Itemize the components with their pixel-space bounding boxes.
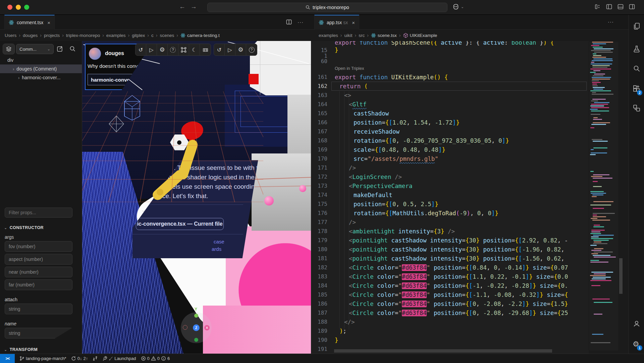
breadcrumb-symbol[interactable]: UIKitExample	[403, 33, 437, 38]
axis-gizmo[interactable]: Y Z X	[181, 312, 212, 343]
search-icon[interactable]	[69, 45, 76, 52]
close-tab-icon[interactable]: ×	[352, 20, 355, 26]
prop-input-name[interactable]: string	[5, 328, 72, 338]
customize-layout-icon[interactable]	[594, 3, 601, 10]
vertical-scrollbar[interactable]	[619, 258, 623, 294]
toggle-primary-sidebar-icon[interactable]	[606, 3, 612, 10]
play-button[interactable]: ▷	[225, 44, 235, 55]
flask-icon[interactable]	[633, 45, 641, 53]
tree-item-douges-comment-[interactable]: ›douges (Comment)	[0, 64, 82, 73]
wireframe-octahedron	[107, 115, 125, 133]
references-icon[interactable]	[633, 104, 641, 112]
breadcrumb-item[interactable]: gitplex	[132, 33, 145, 38]
component-selector-dropdown[interactable]: Comm... ⌄	[16, 44, 54, 54]
react-icon	[319, 20, 324, 25]
minimap-line	[594, 102, 609, 103]
prop-input-args[interactable]: aspect (number)	[5, 254, 72, 265]
breadcrumb-item[interactable]: src	[359, 33, 365, 38]
minimap-line	[592, 80, 599, 81]
minimap-line	[594, 48, 613, 49]
code-line-179: 179<pointLight castShadow intensity={30}…	[311, 236, 589, 245]
settings-button[interactable]: ⚙	[235, 44, 246, 55]
axis-x-handle[interactable]: X	[204, 325, 210, 330]
minimap-line	[591, 45, 599, 46]
frame-select-button[interactable]	[178, 44, 189, 55]
breadcrumb-item[interactable]: c	[151, 33, 154, 38]
minimap-line	[592, 196, 596, 197]
split-editor-icon[interactable]	[286, 19, 292, 25]
breadcrumb-item[interactable]: uikit	[344, 33, 352, 38]
tree-item-div[interactable]: div	[0, 56, 82, 64]
codelens-open-in-triplex[interactable]: Open in Triplex	[311, 64, 589, 73]
remote-indicator[interactable]: ><	[0, 354, 15, 363]
branch-status[interactable]: landing-page-march*	[19, 356, 66, 361]
back-arrow-icon[interactable]: ←	[179, 3, 185, 10]
prop-label-attach: attach	[5, 297, 17, 302]
problems-status[interactable]: 0 0 6	[141, 356, 170, 361]
horizontal-scrollbar[interactable]	[334, 349, 552, 353]
tab-comment-tsx[interactable]: comment.tsx ×	[4, 15, 55, 30]
axis-neg-y-handle[interactable]	[194, 338, 198, 342]
play-button[interactable]: ▷	[146, 44, 157, 55]
launchpad-status[interactable]: Launchpad	[102, 356, 136, 361]
prop-input-args[interactable]: far (number)	[5, 279, 72, 290]
moon-button[interactable]: ☾	[189, 44, 200, 55]
minimize-window-button[interactable]	[16, 5, 21, 10]
breadcrumb-item[interactable]: examples	[106, 33, 126, 38]
breadcrumb-item[interactable]: scenes	[160, 33, 174, 38]
pages-icon[interactable]	[633, 22, 641, 30]
compare-status[interactable]	[93, 356, 98, 361]
minimap-line	[593, 70, 600, 71]
tree-item-harmonic-conver-[interactable]: ›harmonic-conver...	[0, 73, 82, 82]
help-button[interactable]: ?	[246, 44, 257, 55]
zoom-window-button[interactable]	[24, 5, 29, 10]
axis-neg-x-handle[interactable]	[183, 325, 187, 330]
copilot-menu[interactable]: ⌄	[452, 3, 464, 10]
link-fragment[interactable]: ards	[212, 246, 221, 252]
current-file-pill[interactable]: ic-convergence.tsx — Current file	[136, 218, 224, 230]
minimap-line	[590, 280, 611, 281]
breadcrumb-item[interactable]: projects	[44, 33, 60, 38]
tab-app-tsx[interactable]: app.tsx sx ×	[314, 15, 359, 30]
prop-input-attach[interactable]: string	[5, 304, 72, 314]
forward-arrow-icon[interactable]: →	[191, 3, 197, 10]
code-editor[interactable]: export function SplashScene({ active }: …	[311, 41, 589, 354]
prop-input-args[interactable]: near (number)	[5, 267, 72, 277]
breadcrumb-item[interactable]: Users	[5, 33, 16, 38]
sync-status[interactable]: 0↓ 2↑	[71, 356, 88, 361]
scene-layers-button[interactable]	[3, 44, 15, 54]
settings-button[interactable]: ⚙	[157, 44, 168, 55]
more-actions-icon[interactable]: ···	[298, 19, 304, 25]
section-header-constructor[interactable]: ⌄CONSTRUCTOR	[4, 225, 44, 230]
edit-icon[interactable]	[56, 45, 63, 52]
white-cube	[250, 41, 311, 95]
filter-props-input[interactable]	[5, 208, 72, 218]
axis-y-handle[interactable]	[194, 314, 198, 318]
undo-button[interactable]: ↺	[214, 44, 225, 55]
close-window-button[interactable]	[7, 5, 12, 10]
toggle-panel-icon[interactable]	[617, 3, 624, 10]
close-tab-icon[interactable]: ×	[47, 20, 50, 26]
command-center-search[interactable]: triplex-monorepo	[207, 3, 447, 12]
breadcrumb-item[interactable]: examples	[319, 33, 338, 38]
prop-input-args[interactable]: fov (number)	[5, 241, 72, 252]
scene-viewport[interactable]: ⌄ t. The issue seems to be with th nd th…	[82, 41, 311, 354]
breadcrumb-file[interactable]: camera-testing.t	[180, 33, 220, 38]
breadcrumb-item[interactable]: douges	[23, 33, 38, 38]
breadcrumb-file[interactable]: scene.tsx	[371, 33, 397, 38]
section-header-transform[interactable]: ⌄TRANSFORM	[4, 347, 38, 352]
search-icon[interactable]	[633, 64, 641, 73]
toggle-secondary-sidebar-icon[interactable]	[629, 3, 635, 10]
help-underline-button[interactable]: ?	[168, 44, 178, 55]
minimap-line	[593, 255, 610, 256]
minimap[interactable]	[589, 42, 618, 351]
undo-button[interactable]: ↺	[136, 44, 146, 55]
account-icon[interactable]	[633, 320, 641, 328]
chevron-right-icon: ›	[40, 33, 42, 38]
axis-z-handle[interactable]: Z	[193, 324, 200, 331]
link-fragment[interactable]: case	[214, 239, 224, 244]
more-actions-icon[interactable]: ···	[608, 19, 614, 25]
grid-button[interactable]	[200, 44, 211, 55]
breadcrumb-item[interactable]: triplex-monorepo	[66, 33, 100, 38]
code-line-180: 180<pointLight castShadow intensity={30}…	[311, 245, 589, 254]
